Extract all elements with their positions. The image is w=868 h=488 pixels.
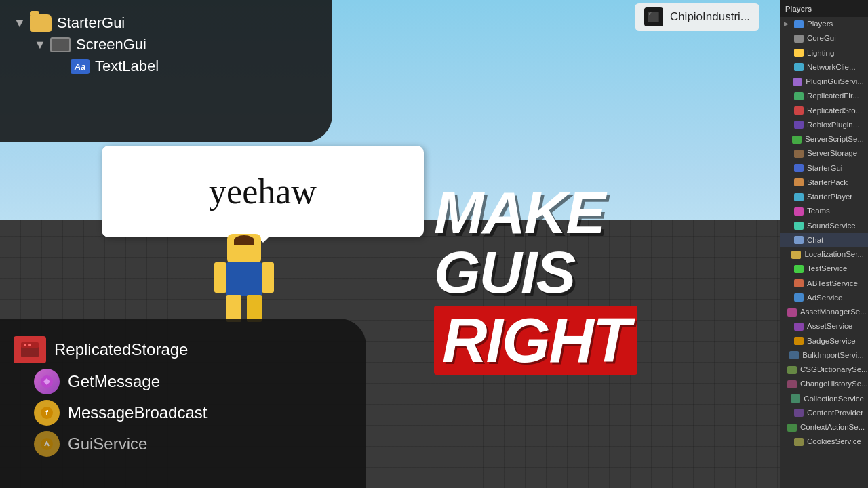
explorer-item-csgdict[interactable]: CSGDictionarySe... (780, 363, 868, 377)
character-arm-right (262, 262, 274, 293)
explorer-item-label-serverscriptse: ServerScriptSe... (805, 134, 864, 145)
channel-name: ChipioIndustri... (670, 10, 750, 24)
explorer-item-label-contentprovider: ContentProvider (807, 407, 863, 419)
explorer-item-adservice[interactable]: AdService (780, 291, 868, 305)
gui-tree-panel: ▼ StarterGui ▼ ScreenGui ▶ Aa TextLabel (0, 0, 332, 142)
explorer-item-collection[interactable]: CollectionService (780, 392, 868, 406)
character-leg-left (226, 295, 241, 322)
svg-point-7 (41, 438, 53, 450)
abtest-icon (794, 279, 804, 287)
rep-title: ReplicatedStorage (54, 340, 188, 359)
storage-icon (14, 336, 46, 363)
soundservice-icon (794, 222, 804, 230)
rep-item-storage[interactable]: ReplicatedStorage (14, 336, 353, 363)
explorer-item-pluginguiservi[interactable]: PluginGuiServi... (780, 75, 868, 89)
explorer-title: Players (785, 5, 812, 13)
explorer-item-lighting[interactable]: Lighting (780, 46, 868, 60)
explorer-item-abtest[interactable]: ABTestService (780, 277, 868, 291)
explorer-item-serverscriptse[interactable]: ServerScriptSe... (780, 132, 868, 146)
rep-item-getmessage[interactable]: GetMessage (34, 369, 353, 394)
explorer-item-label-collection: CollectionService (804, 393, 864, 405)
tree-item-textlabel[interactable]: ▶ Aa TextLabel (54, 58, 319, 75)
starterpack-icon (794, 178, 804, 186)
explorer-item-label-abtest: ABTestService (807, 278, 858, 289)
explorer-item-label-pluginguiservi: PluginGuiServi... (806, 76, 864, 87)
rep-label-getmessage: GetMessage (68, 372, 160, 391)
explorer-item-label-replicatedsto: ReplicatedSto... (807, 105, 862, 117)
bulkimport-icon (789, 351, 799, 359)
collection-icon (791, 394, 800, 403)
explorer-item-label-networkclient: NetworkClie... (807, 62, 856, 73)
lighting-icon (794, 49, 804, 57)
testservice-icon (794, 265, 804, 273)
assetservice-icon (794, 323, 804, 331)
channel-logo-icon: ⬛ (644, 7, 663, 26)
changehistory-icon (787, 380, 797, 388)
explorer-item-contentprovider[interactable]: ContentProvider (780, 406, 868, 420)
explorer-item-startergui[interactable]: StarterGui (780, 161, 868, 176)
explorer-item-starterplayer[interactable]: StarterPlayer (780, 190, 868, 204)
serverscript-icon (792, 136, 802, 144)
explorer-item-label-starterpack: StarterPack (807, 177, 848, 188)
tree-item-screengui[interactable]: ▼ ScreenGui (34, 36, 319, 54)
rep-item-messagebroadcast[interactable]: f MessageBroadcast (34, 400, 353, 426)
explorer-item-contextaction[interactable]: ContextActionSe... (780, 420, 868, 434)
explorer-item-localization[interactable]: LocalizationSer... (780, 247, 868, 262)
explorer-item-coregui[interactable]: CoreGui (780, 31, 868, 45)
explorer-item-robloxplugin[interactable]: RobloxPlugin... (780, 118, 868, 132)
contextaction-icon (787, 424, 797, 432)
explorer-item-label-assetservice: AssetService (807, 321, 852, 332)
explorer-item-replicatedsto[interactable]: ReplicatedSto... (780, 104, 868, 118)
explorer-item-label-csgdict: CSGDictionarySe... (800, 364, 868, 375)
explorer-item-label-startergui: StarterGui (807, 163, 842, 174)
players-icon (794, 20, 804, 28)
explorer-item-label-badgeservice: BadgeService (807, 336, 856, 347)
repsto-icon (794, 106, 804, 115)
explorer-item-teams[interactable]: Teams (780, 204, 868, 218)
explorer-item-label-soundservice: SoundService (807, 220, 856, 232)
explorer-item-assetmanager[interactable]: AssetManagerSe... (780, 305, 868, 319)
svg-point-3 (28, 344, 31, 346)
explorer-item-players[interactable]: ▶Players (780, 17, 868, 31)
startergui-icon (794, 164, 804, 172)
explorer-item-label-bulkimport: BulkImportServi... (802, 350, 864, 361)
svg-point-2 (24, 344, 26, 346)
repfirst-icon (794, 92, 804, 100)
explorer-item-label-localization: LocalizationSer... (804, 249, 864, 260)
tree-item-startergui[interactable]: ▼ StarterGui (14, 14, 319, 32)
explorer-item-badgeservice[interactable]: BadgeService (780, 334, 868, 348)
replicated-panel: ReplicatedStorage GetMessage f MessageBr… (0, 319, 366, 488)
explorer-item-serverstorage[interactable]: ServerStorage (780, 146, 868, 161)
adservice-icon (794, 293, 804, 302)
explorer-item-cookies[interactable]: CookiesService (780, 434, 868, 449)
robloxplugin-icon (794, 121, 804, 129)
plugin-icon (793, 78, 802, 86)
right-wrapper: RIGHT (434, 306, 637, 375)
remote-icon (34, 369, 60, 394)
explorer-item-soundservice[interactable]: SoundService (780, 219, 868, 233)
roblox-character (210, 234, 278, 322)
explorer-item-label-serverstorage: ServerStorage (807, 148, 857, 159)
textlabel-icon: Aa (71, 59, 90, 74)
explorer-list: ▶PlayersCoreGuiLightingNetworkClie...Plu… (780, 17, 868, 449)
explorer-item-bulkimport[interactable]: BulkImportServi... (780, 348, 868, 363)
character-head (227, 234, 261, 264)
explorer-item-changehistory[interactable]: ChangeHistorySe... (780, 377, 868, 391)
expand-arrow-icon: ▶ (784, 20, 791, 29)
explorer-item-starterpack[interactable]: StarterPack (780, 176, 868, 190)
character-body (226, 262, 262, 296)
speech-bubble: yeehaw (102, 146, 424, 237)
explorer-item-assetservice[interactable]: AssetService (780, 319, 868, 333)
explorer-item-networkclient[interactable]: NetworkClie... (780, 60, 868, 75)
tree-label-screengui: ScreenGui (76, 36, 146, 54)
explorer-item-chat[interactable]: Chat (780, 233, 868, 247)
explorer-item-label-players: Players (807, 18, 833, 30)
network-icon (794, 63, 804, 71)
rep-item-guiservice[interactable]: GuiService (34, 431, 353, 457)
explorer-item-testservice[interactable]: TestService (780, 262, 868, 276)
tree-label-startergui: StarterGui (57, 14, 125, 32)
explorer-item-label-cookies: CookiesService (807, 436, 861, 447)
assetmanager-icon (787, 308, 797, 317)
explorer-item-replicatedfir[interactable]: ReplicatedFir... (780, 89, 868, 103)
explorer-item-label-starterplayer: StarterPlayer (807, 191, 852, 203)
